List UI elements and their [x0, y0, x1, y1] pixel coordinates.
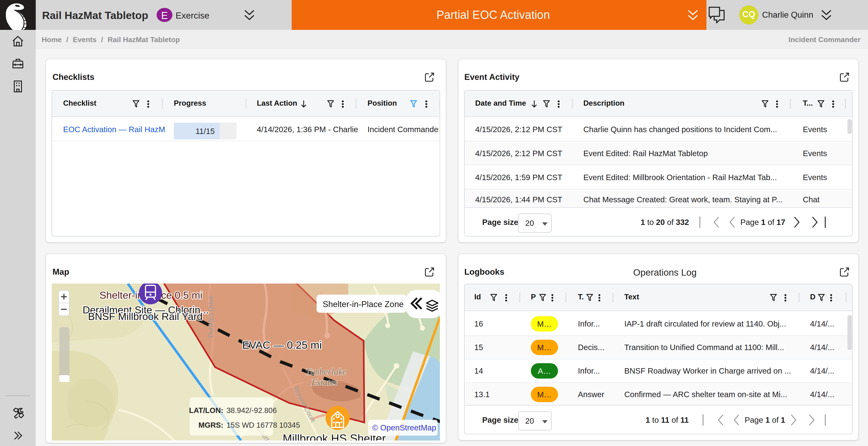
svg-text:15S WD 16778 10345: 15S WD 16778 10345: [226, 421, 300, 429]
svg-text:Shelter-in-Place Zone: Shelter-in-Place Zone: [323, 299, 404, 309]
svg-text:BNSF Millbrook Rail Yard: BNSF Millbrook Rail Yard: [88, 311, 203, 322]
svg-text:38.942/-92.806: 38.942/-92.806: [226, 406, 277, 415]
svg-text:© OpenStreetMap: © OpenStreetMap: [372, 423, 436, 432]
svg-text:LAT/LON:: LAT/LON:: [189, 406, 223, 415]
svg-text:Dunkles Drive: Dunkles Drive: [207, 295, 214, 338]
svg-text:Estates: Estates: [311, 377, 338, 387]
svg-text:EVAC — 0.25 mi: EVAC — 0.25 mi: [242, 339, 322, 351]
svg-text:Timberlake: Timberlake: [306, 367, 346, 377]
svg-text:MGRS:: MGRS:: [198, 421, 223, 429]
